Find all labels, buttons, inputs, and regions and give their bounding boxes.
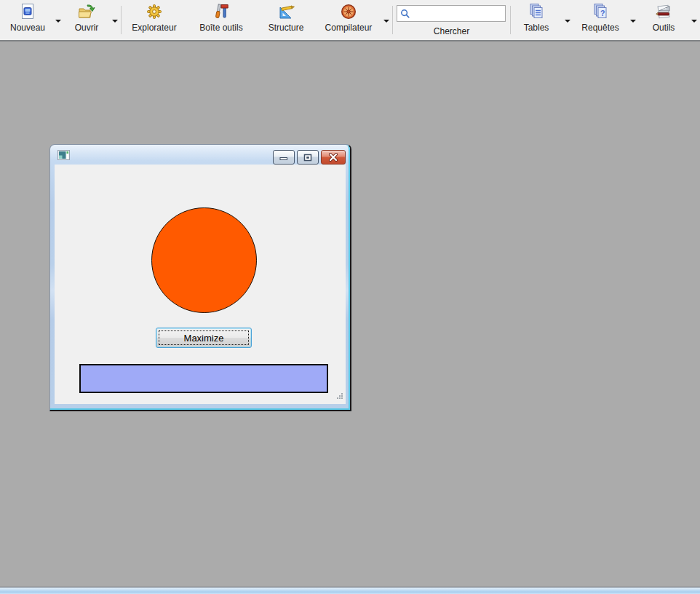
window-content: Maximize [55, 165, 346, 404]
resize-grip-icon[interactable] [336, 389, 343, 403]
toolbar-button-compilateur[interactable]: Compilateur [317, 0, 392, 40]
orange-circle [151, 207, 257, 313]
dropdown-arrow-icon[interactable] [381, 20, 392, 23]
toolbar-label: Compilateur [325, 23, 373, 33]
toolbar-label: Requêtes [581, 23, 619, 33]
drawing-tools-icon [654, 2, 673, 21]
window-controls [273, 150, 346, 165]
maximize-button[interactable] [297, 150, 319, 165]
close-icon [328, 153, 338, 162]
dropdown-arrow-icon[interactable] [688, 20, 700, 23]
dropdown-arrow-icon[interactable] [109, 20, 121, 23]
toolbar-button-ouvrir[interactable]: Ouvrir [64, 0, 121, 40]
maximize-form-button[interactable]: Maximize [156, 328, 252, 348]
toolbar-button-nouveau[interactable]: Nouveau [3, 0, 64, 40]
toolbar-label: Explorateur [132, 23, 176, 33]
toolbar-button-outils[interactable]: Outils [639, 0, 700, 40]
dropdown-arrow-icon[interactable] [562, 20, 573, 23]
toolbar-label: Structure [269, 23, 304, 33]
close-button[interactable] [321, 150, 346, 165]
maximize-icon [303, 154, 312, 162]
toolbox-icon [212, 2, 231, 21]
toolbar-label: Boîte outils [199, 23, 242, 33]
new-document-icon [18, 2, 37, 21]
compiler-wheel-icon [339, 2, 358, 21]
dropdown-arrow-icon[interactable] [627, 20, 639, 23]
toolbar-label: Tables [524, 23, 549, 33]
toolbar-label: Nouveau [10, 23, 45, 33]
toolbar-label: Ouvrir [75, 23, 99, 33]
toolbar-button-tables[interactable]: Tables [511, 0, 573, 40]
window-titlebar[interactable] [50, 145, 350, 165]
main-toolbar: Nouveau Ouvrir [0, 0, 700, 41]
set-square-icon [277, 2, 295, 21]
gear-icon [145, 2, 164, 21]
toolbar-button-explorateur[interactable]: Explorateur [122, 0, 187, 40]
blue-rectangle [79, 364, 328, 393]
documents-question-icon: ? [591, 2, 610, 21]
toolbar-button-boite-outils[interactable]: Boîte outils [187, 0, 255, 40]
search-input[interactable] [397, 6, 505, 21]
app-window: Maximize [49, 144, 351, 411]
search-icon [400, 9, 410, 19]
search-box [397, 5, 506, 22]
workspace: Maximize [0, 41, 700, 587]
minimize-button[interactable] [273, 150, 295, 165]
toolbar-search-group: Chercher [393, 0, 510, 40]
search-label: Chercher [434, 26, 469, 36]
toolbar-label: Outils [653, 23, 675, 33]
documents-stack-icon [527, 2, 546, 21]
form-window-icon [57, 150, 70, 163]
taskbar-edge[interactable] [0, 587, 700, 594]
dropdown-arrow-icon[interactable] [52, 20, 64, 23]
toolbar-button-structure[interactable]: Structure [255, 0, 317, 40]
svg-text:?: ? [600, 9, 605, 17]
toolbar-button-requetes[interactable]: ? Requêtes [573, 0, 639, 40]
open-folder-icon [77, 2, 96, 21]
minimize-icon [279, 154, 288, 161]
